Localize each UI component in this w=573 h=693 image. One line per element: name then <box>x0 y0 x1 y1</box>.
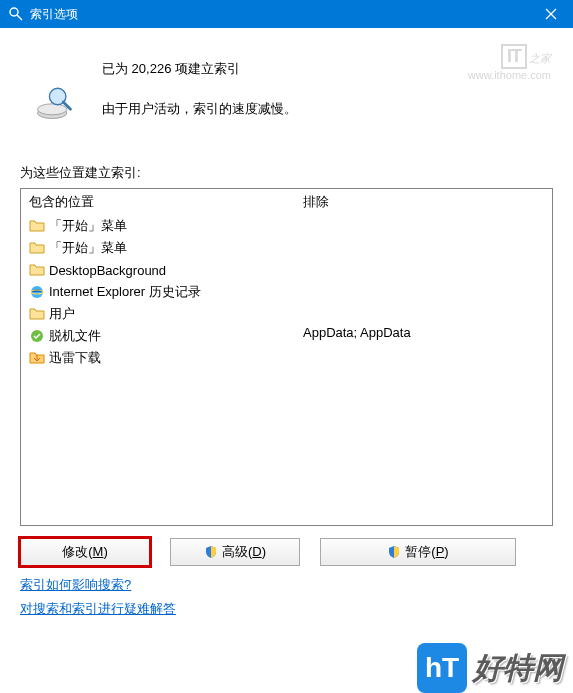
list-item[interactable]: 脱机文件 <box>29 325 287 347</box>
svg-point-0 <box>10 8 18 16</box>
locations-list: 包含的位置 「开始」菜单 「开始」菜单 DesktopBackground In… <box>20 188 553 526</box>
advanced-button[interactable]: 高级(D) <box>170 538 300 566</box>
watermark-haote: hT 好特网 <box>417 643 563 693</box>
offline-files-icon <box>29 328 45 344</box>
folder-icon <box>29 218 45 234</box>
status-count: 已为 20,226 项建立索引 <box>102 60 297 78</box>
link-how-affects-search[interactable]: 索引如何影响搜索? <box>20 576 131 594</box>
dialog-body: 已为 20,226 项建立索引 由于用户活动，索引的速度减慢。 为这些位置建立索… <box>0 28 573 632</box>
folder-icon <box>29 262 45 278</box>
svg-line-1 <box>17 15 22 20</box>
locations-label: 为这些位置建立索引: <box>20 164 553 182</box>
shield-icon <box>204 545 218 559</box>
ie-icon <box>29 284 45 300</box>
app-icon <box>8 6 24 22</box>
list-item[interactable]: 用户 <box>29 303 287 325</box>
list-item[interactable]: 迅雷下载 <box>29 347 287 369</box>
haote-badge-icon: hT <box>417 643 467 693</box>
list-item[interactable]: DesktopBackground <box>29 259 287 281</box>
pause-button[interactable]: 暂停(P) <box>320 538 516 566</box>
column-exclude: 排除 <box>303 193 544 211</box>
link-troubleshoot[interactable]: 对搜索和索引进行疑难解答 <box>20 600 176 618</box>
list-item[interactable]: Internet Explorer 历史记录 <box>29 281 287 303</box>
shield-icon <box>387 545 401 559</box>
watermark-ithome: IT之家 www.ithome.com <box>468 44 551 81</box>
exclude-text: AppData; AppData <box>303 325 544 340</box>
list-item[interactable]: 「开始」菜单 <box>29 215 287 237</box>
status-message: 由于用户活动，索引的速度减慢。 <box>102 100 297 118</box>
svg-point-5 <box>38 104 67 115</box>
column-included: 包含的位置 <box>29 193 287 211</box>
window-title: 索引选项 <box>30 6 529 23</box>
folder-icon <box>29 306 45 322</box>
list-item[interactable]: 「开始」菜单 <box>29 237 287 259</box>
folder-icon <box>29 350 45 366</box>
folder-icon <box>29 240 45 256</box>
close-button[interactable] <box>529 0 573 28</box>
index-icon <box>32 80 76 124</box>
modify-button[interactable]: 修改(M) <box>20 538 150 566</box>
title-bar: 索引选项 <box>0 0 573 28</box>
